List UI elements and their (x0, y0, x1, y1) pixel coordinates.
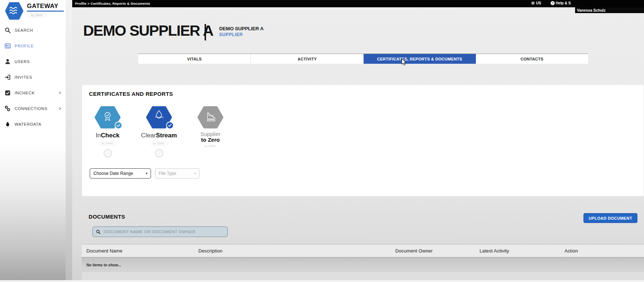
supplier-to-zero-hexagon-icon (197, 106, 224, 129)
tab-contacts[interactable]: CONTACTS (476, 54, 588, 64)
invite-arrow-icon (4, 74, 11, 81)
table-footer-band (82, 272, 644, 280)
help-icon: ? (551, 1, 555, 5)
brand-hexagon-icon (5, 2, 24, 20)
sidebar-item-label: WATERDATA (15, 122, 41, 126)
breadcrumb[interactable]: Profile > Certificates, Reports & Docume… (75, 1, 150, 5)
search-icon (96, 230, 101, 234)
sidebar-item-label: PROFILE (15, 44, 34, 48)
subtitle-name: DEMO SUPPLIER A (219, 26, 264, 32)
checkbox-icon (4, 90, 11, 96)
verified-check-icon (166, 121, 174, 129)
help-label: Help & S (556, 1, 571, 5)
user-menu[interactable]: Vanessa Schulz (575, 7, 644, 13)
sidebar-item-profile[interactable]: PROFILE (0, 39, 66, 53)
documents-heading: DOCUMENTS (89, 214, 125, 220)
subtitle-type: SUPPLIER (219, 32, 264, 37)
clearstream-radio[interactable] (155, 149, 163, 157)
document-search-input[interactable] (103, 229, 224, 234)
brand-logo[interactable]: GATEWAY by ZDHC (0, 0, 66, 21)
mouse-cursor (401, 58, 407, 66)
documents-table-header: Document Name Description Document Owner… (82, 244, 644, 257)
chevron-right-icon: > (59, 106, 61, 111)
sidebar-item-search[interactable]: SEARCH (0, 23, 66, 37)
sidebar-item-label: INVITES (15, 75, 32, 79)
tab-vitals[interactable]: VITALS (138, 54, 251, 64)
caret-down-icon: ▾ (194, 172, 196, 175)
sidebar-item-invites[interactable]: INVITES (0, 70, 66, 84)
column-document-owner: Document Owner (395, 248, 433, 254)
user-icon (4, 58, 11, 65)
clearstream-radio-row (135, 149, 183, 157)
sidebar-item-waterdata[interactable]: WATERDATA (0, 117, 66, 131)
sidebar-item-label: SEARCH (15, 28, 33, 32)
incheck-radio[interactable] (104, 149, 112, 157)
sidebar-item-label: INCHECK (15, 91, 35, 95)
column-description: Description (198, 248, 222, 254)
clearstream-badge[interactable]: ClearStream by ZDHC (135, 106, 183, 146)
sidebar-item-users[interactable]: USERS (0, 55, 66, 68)
report-filters: Choose Date Range ▾ File Type ▾ (90, 168, 199, 179)
brand-byline: by ZDHC (28, 13, 46, 17)
chain-links-icon (4, 105, 11, 112)
date-range-select[interactable]: Choose Date Range ▾ (90, 168, 151, 179)
incheck-badge[interactable]: InCheck by ZDHC (84, 106, 131, 146)
column-action: Action (565, 248, 578, 254)
badge-label: Supplierto Zero (187, 131, 234, 143)
locale-selector[interactable]: US (531, 1, 541, 5)
brand-underline (27, 11, 64, 12)
help-menu[interactable]: ? Help & S (551, 1, 571, 5)
badge-byline: by ZDHC (150, 141, 168, 145)
certificates-card: CERTIFICATES AND REPORTS InC (82, 85, 644, 196)
date-range-value: Choose Date Range (93, 171, 133, 176)
document-search[interactable] (92, 226, 228, 237)
caret-down-icon: ▾ (146, 172, 147, 175)
brand-name: GATEWAY (27, 3, 58, 10)
sidebar-gutter (66, 0, 72, 282)
sidebar-item-connections[interactable]: CONNECTIONS > (0, 102, 66, 115)
file-type-value: File Type (159, 171, 176, 176)
page-subtitle: DEMO SUPPLIER A SUPPLIER (219, 26, 264, 37)
chevron-right-icon: > (59, 90, 61, 95)
upload-document-button[interactable]: UPLOAD DOCUMENT (583, 213, 637, 223)
profile-tabs: VITALS ACTIVITY CERTIFICATES, REPORTS & … (138, 54, 588, 64)
file-type-select[interactable]: File Type ▾ (155, 168, 199, 179)
globe-icon (531, 1, 535, 5)
sidebar-item-label: CONNECTIONS (15, 106, 47, 111)
search-icon (4, 27, 11, 34)
locale-label: US (536, 1, 541, 5)
title-divider (205, 24, 206, 40)
tab-activity[interactable]: ACTIVITY (251, 54, 363, 64)
badge-label: InCheck (84, 132, 131, 139)
page-title: DEMO SUPPLIER A (83, 22, 213, 39)
certificates-heading: CERTIFICATES AND REPORTS (89, 91, 173, 97)
tab-certificates-reports-documents[interactable]: CERTIFICATES, REPORTS & DOCUMENTS (364, 54, 476, 64)
documents-empty-row: No items to show... (82, 257, 644, 272)
profile-card-icon (4, 43, 11, 49)
sidebar-item-incheck[interactable]: INCHECK > (0, 86, 66, 100)
bottom-edge (0, 280, 644, 282)
water-drop-icon (4, 121, 11, 128)
topbar: Profile > Certificates, Reports & Docume… (72, 0, 644, 7)
incheck-radio-row (84, 149, 131, 157)
empty-message: No items to show... (86, 263, 121, 267)
sidebar-item-label: USERS (15, 59, 30, 64)
badge-byline: by ZDHC (187, 145, 234, 147)
app-window: GATEWAY by ZDHC SEARCH PROFILE (0, 0, 644, 282)
sidebar: GATEWAY by ZDHC SEARCH PROFILE (0, 0, 66, 282)
supplier-to-zero-badge[interactable]: Supplierto Zero by ZDHC (187, 106, 234, 147)
column-latest-activity: Latest Activity (480, 248, 509, 254)
badge-byline: by ZDHC (98, 141, 117, 145)
verified-check-icon (115, 121, 123, 129)
user-name: Vanessa Schulz (577, 8, 606, 12)
column-document-name: Document Name (86, 248, 123, 254)
badge-label: ClearStream (135, 132, 183, 139)
